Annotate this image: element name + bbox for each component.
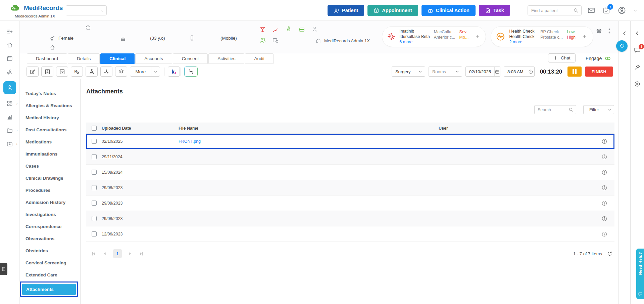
clinic-select[interactable]: Surgery bbox=[392, 67, 425, 77]
collapse-bar-icon[interactable] bbox=[606, 28, 612, 34]
appointment-history-icon[interactable] bbox=[272, 37, 279, 44]
quick-action-button[interactable]: Task bbox=[479, 5, 510, 16]
row-info-icon[interactable] bbox=[601, 154, 607, 160]
carers-icon[interactable] bbox=[259, 37, 266, 44]
last-page-icon[interactable] bbox=[138, 251, 144, 257]
calendar-icon[interactable] bbox=[3, 54, 16, 62]
engage-link[interactable]: Engage bbox=[586, 55, 611, 62]
calendar-tasks[interactable]: 7 bbox=[602, 6, 610, 14]
find-patient-search[interactable] bbox=[528, 5, 582, 15]
sidebar-item[interactable]: Past Consultations bbox=[20, 124, 80, 136]
filter-chevron-icon[interactable] bbox=[605, 105, 614, 114]
prev-page-icon[interactable] bbox=[102, 251, 108, 257]
profile-chevron-icon[interactable] bbox=[633, 8, 638, 13]
chat-button[interactable]: Chat bbox=[548, 53, 576, 62]
more-dropdown[interactable]: More bbox=[130, 67, 160, 77]
row-checkbox[interactable] bbox=[92, 185, 97, 190]
tag-fab-button[interactable] bbox=[616, 40, 628, 52]
finish-button[interactable]: FINISH bbox=[585, 67, 613, 77]
folder-icon[interactable]: › bbox=[3, 126, 16, 134]
sidebar-item[interactable]: Allergies & Reactions bbox=[20, 99, 80, 112]
packages-button[interactable] bbox=[115, 67, 127, 77]
date-field[interactable]: 02/10/2025 bbox=[465, 67, 500, 77]
row-info-icon[interactable] bbox=[601, 200, 607, 206]
file-link[interactable]: FRONT.png bbox=[179, 139, 201, 144]
patient-document-button[interactable] bbox=[41, 67, 53, 77]
first-page-icon[interactable] bbox=[91, 251, 97, 257]
time-field[interactable]: 8:03 AM bbox=[504, 67, 535, 77]
clinic-chevron-icon[interactable] bbox=[416, 67, 425, 76]
date-calendar-icon[interactable] bbox=[494, 67, 500, 76]
more-chevron-icon[interactable] bbox=[151, 67, 160, 76]
sidebar-item[interactable]: Today's Notes bbox=[20, 87, 80, 99]
alcohol-icon[interactable] bbox=[259, 26, 266, 33]
sidebar-item[interactable]: Observations bbox=[20, 232, 80, 245]
health-summary-button[interactable] bbox=[56, 67, 68, 77]
row-checkbox[interactable] bbox=[92, 139, 97, 144]
tab[interactable]: Clinical bbox=[100, 53, 135, 64]
home-icon[interactable] bbox=[3, 41, 16, 49]
search-icon[interactable] bbox=[568, 107, 574, 112]
sidebar-item[interactable]: Obstetrics bbox=[20, 245, 80, 257]
refresh-icon[interactable] bbox=[607, 251, 612, 257]
allergies-more-link[interactable]: 6 more bbox=[399, 40, 430, 45]
waiting-room-icon[interactable] bbox=[3, 68, 16, 76]
new-note-button[interactable] bbox=[27, 67, 39, 77]
quick-action-button[interactable]: Patient bbox=[328, 5, 364, 16]
table-row[interactable]: 12/06/2023 bbox=[86, 226, 614, 242]
collapse-rail-icon[interactable] bbox=[634, 30, 640, 36]
need-help-tab[interactable]: Need Help? bbox=[636, 249, 644, 299]
tab[interactable]: Audit bbox=[245, 53, 274, 64]
table-row[interactable]: 02/10/2025 FRONT.png bbox=[86, 134, 614, 149]
sidebar-item[interactable]: Admission History bbox=[20, 196, 80, 208]
add-health-check-icon[interactable] bbox=[582, 34, 587, 40]
rooms-select[interactable]: Rooms bbox=[429, 67, 462, 77]
row-info-icon[interactable] bbox=[601, 185, 607, 191]
document-side-tab[interactable] bbox=[0, 263, 7, 275]
sidebar-item[interactable]: Clinical Drawings bbox=[20, 172, 80, 184]
settings-gear-icon[interactable] bbox=[596, 28, 602, 34]
pause-button[interactable] bbox=[567, 67, 582, 77]
row-info-icon[interactable] bbox=[601, 169, 607, 175]
sidebar-item[interactable]: Cases bbox=[20, 160, 80, 172]
sidebar-item[interactable]: Investigations bbox=[20, 208, 80, 220]
tab[interactable]: Activities bbox=[208, 53, 244, 64]
health-check-card[interactable]: Health Check Health Check 2 more BP Chec… bbox=[491, 26, 593, 47]
reports-icon[interactable] bbox=[3, 113, 16, 121]
tab[interactable]: Dashboard bbox=[27, 53, 67, 64]
search-icon[interactable] bbox=[573, 8, 579, 13]
row-checkbox[interactable] bbox=[92, 201, 97, 206]
row-info-icon[interactable] bbox=[601, 216, 607, 222]
time-clock-icon[interactable] bbox=[527, 67, 534, 76]
attachments-search[interactable] bbox=[534, 105, 576, 114]
smoking-icon[interactable] bbox=[272, 26, 279, 33]
next-page-icon[interactable] bbox=[127, 251, 133, 257]
prescription-button[interactable] bbox=[71, 67, 83, 77]
tab[interactable]: Consent bbox=[173, 53, 208, 64]
sidebar-item[interactable]: Immunisations bbox=[20, 148, 80, 160]
current-page[interactable]: 1 bbox=[113, 249, 122, 258]
collapse-panel-icon[interactable] bbox=[622, 30, 628, 36]
pathology-button[interactable] bbox=[86, 67, 98, 77]
pin-icon[interactable] bbox=[634, 64, 641, 71]
quick-action-button[interactable]: Appointment bbox=[367, 5, 418, 16]
add-allergy-icon[interactable] bbox=[475, 34, 480, 40]
table-row[interactable]: 15/08/2024 bbox=[86, 165, 614, 180]
sidebar-item[interactable]: Attachments bbox=[20, 281, 78, 297]
row-info-icon[interactable] bbox=[601, 138, 607, 144]
k-integration-button[interactable] bbox=[168, 67, 180, 77]
allergies-card[interactable]: Imatinib Idursulfase Beta 6 more MacCall… bbox=[382, 26, 486, 47]
target-icon[interactable] bbox=[634, 81, 641, 87]
row-checkbox[interactable] bbox=[92, 170, 97, 175]
header-search[interactable] bbox=[66, 5, 107, 15]
sidebar-item[interactable]: Extended Care bbox=[20, 269, 80, 281]
quick-action-button[interactable]: Clinical Action bbox=[422, 5, 476, 16]
info-icon[interactable] bbox=[85, 25, 91, 31]
ai-assist-button[interactable] bbox=[184, 67, 198, 77]
sidebar-item[interactable]: Procedures bbox=[20, 184, 80, 196]
sidebar-item[interactable]: Correspondence bbox=[20, 220, 80, 232]
profile-icon[interactable] bbox=[617, 6, 626, 15]
radiology-button[interactable] bbox=[100, 67, 112, 77]
health-more-link[interactable]: 2 more bbox=[509, 40, 537, 45]
folder-add-icon[interactable]: › bbox=[3, 140, 16, 148]
